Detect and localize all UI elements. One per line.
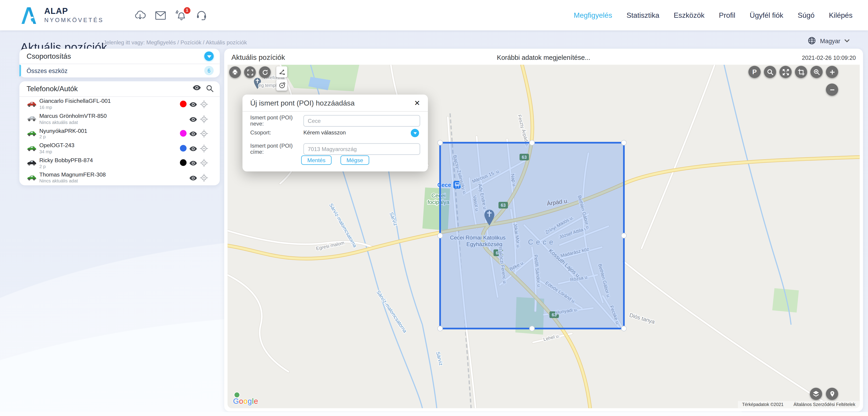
brand-logo-icon[interactable] (20, 4, 37, 27)
selection-handle[interactable] (437, 233, 442, 238)
refresh-button[interactable] (259, 66, 271, 78)
locate-icon[interactable] (200, 100, 208, 108)
close-icon[interactable]: ✕ (414, 99, 420, 107)
device-row[interactable]: Thomas MagnumFER-308Nincs aktuális adat (19, 170, 220, 185)
measure-distance-button[interactable] (276, 66, 287, 77)
car-icon (27, 116, 37, 122)
breadcrumb: Jelenleg itt vagy: Megfigyelés / Pozíció… (103, 39, 247, 45)
poi-address-input[interactable] (304, 143, 420, 155)
zoom-in-button[interactable] (826, 66, 838, 78)
save-button[interactable]: Mentés (301, 155, 332, 165)
device-status: 34 mp (39, 149, 74, 154)
car-icon (27, 160, 37, 166)
marker-button[interactable] (826, 388, 838, 400)
poi-address-row: Ismert pont (POI) címe: (250, 143, 420, 155)
nav-item[interactable]: Profil (719, 11, 735, 19)
car-icon (27, 101, 37, 107)
eye-icon[interactable] (189, 161, 197, 166)
device-name: NyunyókaPRK-001 (39, 128, 87, 134)
sidebar-item-all-devices[interactable]: Összes eszköz 6 (19, 64, 220, 77)
cancel-button[interactable]: Mégse (340, 155, 369, 165)
brand-text: ALAP NYOMKÖVETÉS (44, 6, 104, 23)
eye-icon[interactable] (189, 131, 197, 137)
device-count-badge: 6 (204, 66, 214, 75)
eye-icon[interactable] (189, 116, 197, 122)
locate-icon[interactable] (200, 159, 208, 167)
zoom-out-button[interactable] (826, 83, 838, 96)
devices-panel: Telefonok/Autók Giancarlo FisichellaGFL-… (19, 81, 220, 185)
car-icon (27, 175, 37, 181)
nav-item[interactable]: Megfigyelés (574, 11, 612, 19)
eye-icon[interactable] (189, 175, 197, 181)
search-map-button[interactable] (764, 66, 776, 78)
map-attribution: Térképadatok ©2021 Általános Szerződési … (738, 401, 860, 408)
main-nav: MegfigyelésStatisztikaEszközökProfilÜgyf… (574, 0, 852, 31)
map-data-copyright: Térképadatok ©2021 (742, 402, 783, 407)
device-name: Ricky BobbyPFB-874 (39, 157, 93, 163)
history-link[interactable]: Korábbi adatok megjelenítése... (224, 54, 863, 61)
zoom-area-button[interactable] (810, 66, 823, 78)
device-row[interactable]: Ricky BobbyPFB-8742 p (19, 155, 220, 170)
device-row[interactable]: Marcus GrönholmVTR-850Nincs aktuális ada… (19, 111, 220, 126)
selection-handle[interactable] (621, 326, 626, 331)
device-name: OpelOGT-243 (39, 142, 74, 149)
fullscreen-button[interactable] (244, 66, 256, 78)
support-headset-icon[interactable] (195, 9, 207, 21)
nav-item[interactable]: Kilépés (829, 11, 852, 19)
poi-button[interactable]: P (748, 66, 761, 78)
poi-name-input[interactable] (304, 115, 420, 127)
locate-icon[interactable] (200, 130, 208, 138)
device-marker[interactable] (234, 392, 240, 397)
selection-handle[interactable] (529, 326, 534, 331)
print-button[interactable] (229, 66, 241, 78)
cloud-download-icon[interactable] (134, 9, 146, 21)
locate-icon[interactable] (200, 115, 208, 123)
nav-item[interactable]: Ügyfél fiók (750, 11, 783, 19)
eye-icon[interactable] (189, 102, 197, 107)
layers-button[interactable] (810, 388, 822, 400)
device-row[interactable]: OpelOGT-24334 mp (19, 141, 220, 156)
selection-handle[interactable] (437, 326, 442, 331)
locate-icon[interactable] (200, 174, 208, 182)
grouping-title: Csoportosítás (27, 52, 71, 60)
locate-icon[interactable] (200, 144, 208, 152)
toggle-all-visibility-eye-icon[interactable] (193, 84, 201, 93)
map-measure-tools (276, 66, 287, 91)
google-logo[interactable]: Google (233, 397, 258, 405)
selection-handle[interactable] (621, 140, 626, 145)
device-color-dot (180, 145, 186, 151)
eye-icon[interactable] (189, 146, 197, 151)
terms-link[interactable]: Általános Szerződési Feltételek (794, 402, 855, 407)
poi-selection-rectangle[interactable] (437, 140, 626, 331)
measure-radius-button[interactable] (276, 80, 287, 91)
map-tools-right: P (748, 66, 838, 78)
notifications-bell-icon[interactable]: 1 (175, 9, 187, 21)
crop-area-button[interactable] (795, 66, 807, 78)
language-selector[interactable]: Magyar (808, 36, 850, 44)
device-status: 16 mp (39, 105, 111, 110)
device-status: Nincs aktuális adat (39, 178, 106, 183)
car-icon (27, 131, 37, 137)
nav-item[interactable]: Statisztika (626, 11, 659, 19)
device-list: Giancarlo FisichellaGFL-00116 mpMarcus G… (19, 97, 220, 185)
search-icon[interactable] (206, 84, 214, 93)
expand-button[interactable] (779, 66, 792, 78)
poi-name-row: Ismert pont (POI) neve: (250, 114, 420, 127)
green-area (772, 288, 799, 313)
device-row[interactable]: NyunyókaPRK-0012 p (19, 126, 220, 141)
selection-handle[interactable] (529, 140, 534, 145)
nav-item[interactable]: Eszközök (674, 11, 705, 19)
device-row[interactable]: Giancarlo FisichellaGFL-00116 mp (19, 97, 220, 112)
device-color-dot (180, 130, 186, 137)
poi-group-row: Csoport: Kérem válasszon (250, 130, 420, 136)
google-logo-letter: G (233, 397, 239, 405)
nav-item[interactable]: Súgó (798, 11, 814, 19)
mail-icon[interactable] (154, 9, 166, 21)
poi-group-label: Csoport: (250, 130, 303, 136)
group-dropdown-button[interactable] (411, 129, 419, 137)
modal-title: Új ismert pont (POI) hozzáadása (250, 99, 355, 107)
selection-handle[interactable] (437, 140, 442, 145)
collapse-chevron-button[interactable] (204, 51, 214, 61)
map-tools-left (229, 66, 271, 78)
selection-handle[interactable] (621, 233, 626, 238)
